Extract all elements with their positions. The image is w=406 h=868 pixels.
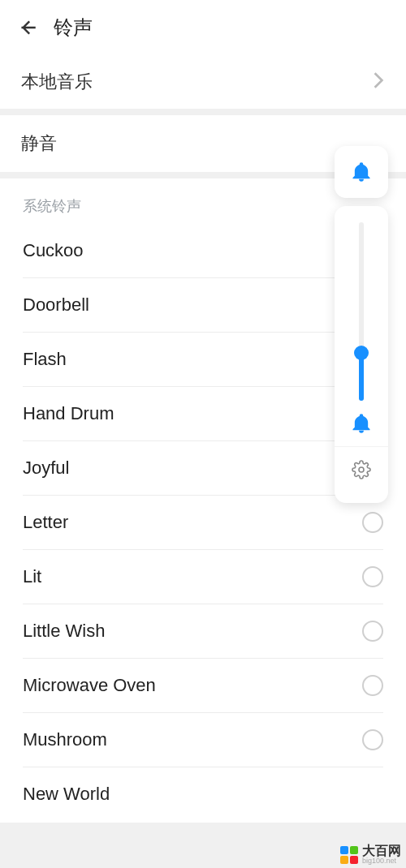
ringtone-item-new-world[interactable]: New World	[23, 767, 383, 821]
ringtone-name: Flash	[23, 349, 67, 370]
ringtone-item-little-wish[interactable]: Little Wish	[23, 604, 383, 659]
radio-unchecked-icon[interactable]	[362, 729, 383, 750]
volume-slider[interactable]	[359, 222, 364, 401]
local-music-row[interactable]: 本地音乐	[0, 55, 406, 109]
ringtone-name: Hand Drum	[23, 403, 114, 424]
ringtone-name: Letter	[23, 512, 68, 533]
watermark: 大百网 big100.net	[339, 844, 401, 865]
volume-slider-thumb[interactable]	[354, 346, 369, 360]
ringtone-name: Mushroom	[23, 729, 107, 750]
header-bar: 铃声	[0, 0, 406, 55]
ringtone-item-lit[interactable]: Lit	[23, 550, 383, 604]
volume-panel	[335, 146, 388, 503]
silent-label: 静音	[21, 133, 57, 153]
chevron-right-icon	[372, 71, 385, 92]
ringtone-name: Microwave Oven	[23, 675, 156, 696]
watermark-name: 大百网	[362, 844, 401, 857]
radio-unchecked-icon[interactable]	[362, 621, 383, 642]
volume-ringer-button[interactable]	[335, 146, 388, 198]
radio-unchecked-icon[interactable]	[362, 512, 383, 533]
ringtone-item-letter[interactable]: Letter	[23, 496, 383, 550]
volume-type-button[interactable]	[350, 401, 373, 446]
watermark-text: 大百网 big100.net	[362, 844, 401, 865]
volume-slider-card	[335, 206, 388, 503]
ringtone-name: New World	[23, 784, 110, 805]
local-music-label: 本地音乐	[21, 70, 93, 94]
ringtone-name: Doorbell	[23, 294, 89, 316]
radio-unchecked-icon[interactable]	[362, 675, 383, 696]
ringtone-name: Lit	[23, 566, 41, 587]
page-title: 铃声	[54, 15, 93, 41]
ringtone-item-cuckoo[interactable]: Cuckoo	[23, 224, 383, 278]
ringtone-item-joyful[interactable]: Joyful	[23, 441, 383, 496]
ringtone-item-flash[interactable]: Flash	[23, 333, 383, 387]
gear-icon	[352, 460, 371, 479]
volume-settings-button[interactable]	[335, 446, 388, 492]
ringtone-item-microwave-oven[interactable]: Microwave Oven	[23, 659, 383, 713]
bell-icon	[350, 161, 373, 183]
watermark-logo-icon	[339, 845, 359, 865]
arrow-left-icon	[17, 17, 38, 38]
ringtone-item-hand-drum[interactable]: Hand Drum	[23, 387, 383, 441]
back-button[interactable]	[16, 16, 39, 39]
ringtone-name: Little Wish	[23, 621, 105, 642]
bell-icon	[350, 412, 373, 435]
ringtone-name: Cuckoo	[23, 240, 84, 261]
ringtone-item-doorbell[interactable]: Doorbell	[23, 278, 383, 333]
ringtone-item-mushroom[interactable]: Mushroom	[23, 713, 383, 767]
watermark-domain: big100.net	[362, 857, 401, 865]
ringtone-name: Joyful	[23, 458, 69, 479]
svg-point-0	[359, 467, 364, 472]
radio-unchecked-icon[interactable]	[362, 566, 383, 587]
